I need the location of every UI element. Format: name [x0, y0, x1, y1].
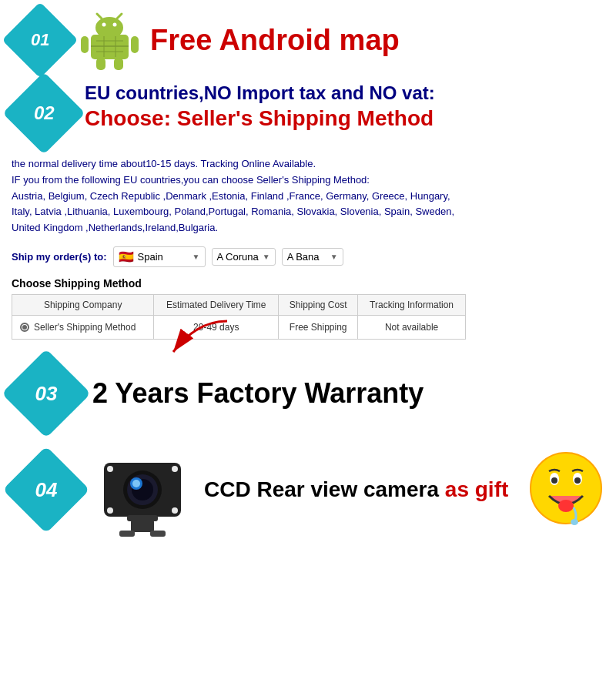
- title-part1: CCD Rear view camera: [204, 477, 445, 501]
- svg-rect-27: [131, 520, 154, 532]
- table-header-row: Shipping Company Estimated Delivery Time…: [12, 294, 466, 315]
- badge-04: 04: [12, 455, 81, 524]
- svg-point-25: [172, 507, 178, 514]
- city2-arrow-icon: ▼: [330, 253, 338, 261]
- svg-line-5: [117, 14, 122, 18]
- svg-rect-6: [81, 36, 89, 53]
- section-03: 03 2 Years Factory Warranty: [0, 347, 616, 432]
- page-container: 01: [0, 0, 616, 693]
- country-value: Spain: [138, 251, 163, 263]
- badge-01: 01: [12, 12, 69, 69]
- radio-button[interactable]: [20, 323, 29, 332]
- svg-point-35: [574, 477, 581, 484]
- section-02-line2: Choose: Seller's Shipping Method: [85, 105, 435, 132]
- city1-arrow-icon: ▼: [263, 253, 270, 261]
- section-01-title: Free Android map: [150, 24, 400, 57]
- svg-rect-8: [96, 58, 105, 70]
- company-name: Seller's Shipping Method: [34, 322, 136, 333]
- title-part2: as gift: [445, 477, 508, 501]
- diamond-shape-03: 03: [2, 349, 91, 438]
- badge-number-01: 01: [31, 30, 49, 50]
- shipping-method-section: Choose Shipping Method Shipping Company …: [0, 273, 616, 347]
- desc-line-2: IF you from the following EU countries,y…: [12, 172, 604, 189]
- ship-label: Ship my order(s) to:: [12, 251, 107, 263]
- section-04-title: CCD Rear view camera as gift: [204, 477, 508, 502]
- col-company: Shipping Company: [12, 294, 154, 315]
- country-arrow-icon: ▼: [192, 253, 200, 261]
- svg-point-3: [113, 23, 117, 27]
- svg-point-1: [95, 17, 123, 38]
- badge-number-04: 04: [35, 477, 58, 501]
- city2-select[interactable]: A Bana ▼: [282, 248, 343, 266]
- svg-point-36: [558, 500, 574, 512]
- ship-row: Ship my order(s) to: 🇪🇸 Spain ▼ A Coruna…: [0, 240, 616, 273]
- tracking-cell: Not available: [358, 315, 466, 339]
- badge-number-03: 03: [35, 381, 58, 405]
- country-select[interactable]: 🇪🇸 Spain ▼: [113, 246, 206, 267]
- diamond-shape-02: 02: [2, 72, 85, 154]
- badge-03: 03: [12, 359, 81, 428]
- svg-rect-29: [150, 531, 166, 537]
- col-delivery: Estimated Delivery Time: [154, 294, 279, 315]
- smiley-emoji: [527, 450, 604, 530]
- radio-cell: Seller's Shipping Method: [20, 322, 146, 333]
- section-01: 01: [0, 0, 616, 77]
- diamond-shape-04: 04: [2, 446, 89, 533]
- svg-point-22: [107, 466, 113, 472]
- col-tracking: Tracking Information: [358, 294, 466, 315]
- section-02-line1: EU countries,NO Import tax and NO vat:: [85, 81, 435, 105]
- city2-value: A Bana: [287, 251, 320, 263]
- svg-point-24: [107, 507, 113, 514]
- svg-point-34: [551, 477, 557, 484]
- badge-number-02: 02: [34, 102, 55, 124]
- section-04: 04 CCD Rear view camer: [0, 432, 616, 547]
- desc-line-3: Austria, Belgium, Czech Republic ,Denmar…: [12, 189, 604, 205]
- android-icon: [77, 8, 142, 73]
- section-02-text: EU countries,NO Import tax and NO vat: C…: [85, 81, 435, 133]
- section-03-title: 2 Years Factory Warranty: [92, 377, 424, 410]
- svg-rect-7: [131, 36, 139, 53]
- city1-value: A Coruna: [217, 251, 259, 263]
- description-text: the normal delivery time about10-15 days…: [12, 156, 604, 236]
- svg-point-2: [102, 23, 106, 27]
- cost-cell: Free Shipping: [279, 315, 358, 339]
- svg-rect-9: [114, 58, 123, 70]
- svg-point-37: [571, 519, 578, 525]
- desc-line-1: the normal delivery time about10-15 days…: [12, 156, 604, 172]
- svg-point-23: [172, 466, 178, 472]
- desc-line-5: United Kingdom ,Netherlands,Ireland,Bulg…: [12, 220, 604, 236]
- col-cost: Shipping Cost: [279, 294, 358, 315]
- flag-icon: 🇪🇸: [119, 249, 134, 264]
- camera-image: [89, 440, 196, 540]
- svg-line-4: [97, 14, 102, 18]
- table-wrapper: Shipping Company Estimated Delivery Time…: [12, 294, 604, 340]
- desc-line-4: Italy, Latvia ,Lithuania, Luxembourg, Po…: [12, 204, 604, 220]
- city1-select[interactable]: A Coruna ▼: [212, 248, 276, 266]
- section-02: 02 EU countries,NO Import tax and NO vat…: [0, 77, 616, 150]
- badge-02: 02: [12, 81, 77, 146]
- company-cell: Seller's Shipping Method: [12, 315, 154, 339]
- diamond-shape-01: 01: [2, 2, 79, 79]
- smiley-face-icon: [527, 450, 604, 527]
- svg-point-21: [132, 480, 140, 487]
- red-arrow-annotation: [166, 317, 243, 363]
- svg-rect-28: [119, 531, 135, 537]
- shipping-method-title: Choose Shipping Method: [12, 277, 604, 290]
- description-block: the normal delivery time about10-15 days…: [0, 150, 616, 240]
